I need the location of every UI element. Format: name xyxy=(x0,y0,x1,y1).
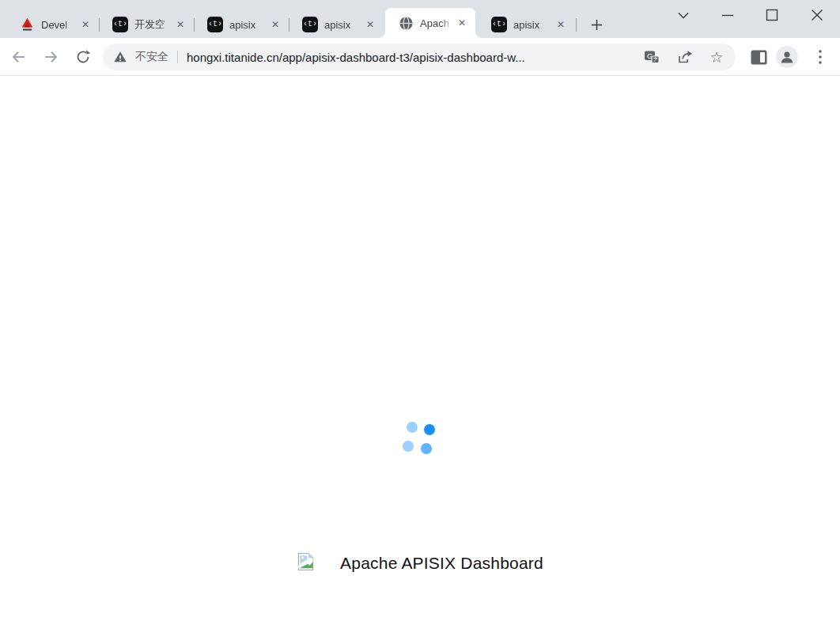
app-loading-banner: Apache APISIX Dashboard xyxy=(0,552,840,574)
minimize-icon xyxy=(721,9,734,21)
broken-image-icon xyxy=(297,552,315,574)
tab-title: 开发空 xyxy=(134,17,172,32)
avatar-icon xyxy=(776,46,798,68)
close-icon[interactable]: ✕ xyxy=(268,17,282,32)
titanide-icon: ‹t› xyxy=(207,17,223,32)
window-close-icon xyxy=(811,9,823,21)
tab-apache-apisix-active[interactable]: Apach ✕ xyxy=(385,8,475,38)
browser-toolbar: 不安全 hongxi.titanide.cn/app/apisix-dashbo… xyxy=(0,38,840,76)
side-panel-icon xyxy=(751,50,767,65)
globe-icon xyxy=(398,15,414,31)
tab-apisix-1[interactable]: ‹t› apisix ✕ xyxy=(195,11,289,38)
tab-strip: Devel ✕ ‹t› 开发空 ✕ ‹t› apisix ✕ ‹t› apisi… xyxy=(0,0,840,38)
tab-separator xyxy=(576,18,577,32)
reload-icon xyxy=(75,49,91,65)
apisix-logo-icon xyxy=(19,17,35,32)
close-icon[interactable]: ✕ xyxy=(554,17,568,32)
close-icon[interactable]: ✕ xyxy=(363,17,377,32)
maximize-button[interactable] xyxy=(760,5,784,25)
tab-title: Apach xyxy=(420,17,453,29)
forward-button[interactable] xyxy=(40,46,62,68)
tab-title: apisix xyxy=(513,19,552,31)
forward-arrow-icon xyxy=(43,49,59,65)
profile-avatar-button[interactable] xyxy=(775,45,799,69)
plus-icon xyxy=(591,19,603,31)
app-title: Apache APISIX Dashboard xyxy=(340,554,543,573)
tab-apisix-3[interactable]: ‹t› apisix ✕ xyxy=(479,11,574,38)
address-bar[interactable]: 不安全 hongxi.titanide.cn/app/apisix-dashbo… xyxy=(103,44,736,70)
url-text: hongxi.titanide.cn/app/apisix-dashboard-… xyxy=(187,51,525,64)
close-icon[interactable]: ✕ xyxy=(78,17,93,32)
page-content: Apache APISIX Dashboard xyxy=(0,77,840,644)
tab-title: apisix xyxy=(229,19,267,31)
spinner-dot xyxy=(403,441,414,452)
tab-title: apisix xyxy=(324,19,361,31)
tab-kaifa[interactable]: ‹t› 开发空 ✕ xyxy=(100,11,194,38)
window-close-button[interactable] xyxy=(805,5,829,25)
spinner-dot xyxy=(424,424,435,435)
translate-icon[interactable]: G xyxy=(642,47,661,66)
security-label: 不安全 xyxy=(135,50,168,64)
tab-search-button[interactable] xyxy=(672,5,695,25)
spinner-dot xyxy=(421,443,432,454)
back-button[interactable] xyxy=(8,46,30,68)
bookmark-star-icon[interactable]: ☆ xyxy=(707,47,726,66)
close-icon[interactable]: ✕ xyxy=(455,16,469,30)
titanide-icon: ‹t› xyxy=(491,17,507,32)
maximize-icon xyxy=(766,9,778,21)
not-secure-warning-icon xyxy=(111,47,130,66)
titanide-icon: ‹t› xyxy=(302,17,318,32)
tab-title: Devel xyxy=(41,19,77,31)
titanide-icon: ‹t› xyxy=(112,17,128,32)
minimize-button[interactable] xyxy=(716,5,740,25)
browser-menu-button[interactable] xyxy=(808,45,832,69)
side-panel-button[interactable] xyxy=(747,45,770,69)
kebab-menu-icon xyxy=(819,50,822,64)
browser-window: Devel ✕ ‹t› 开发空 ✕ ‹t› apisix ✕ ‹t› apisi… xyxy=(0,0,840,644)
chevron-down-icon xyxy=(678,12,689,19)
back-arrow-icon xyxy=(11,49,27,65)
tab-devel[interactable]: Devel ✕ xyxy=(6,11,99,38)
new-tab-button[interactable] xyxy=(585,13,607,36)
tab-apisix-2[interactable]: ‹t› apisix ✕ xyxy=(289,11,384,38)
omnibox-divider xyxy=(177,51,178,63)
reload-button[interactable] xyxy=(72,46,94,68)
spinner-dot xyxy=(407,422,418,433)
share-icon[interactable] xyxy=(675,47,694,66)
loading-spinner xyxy=(395,417,440,461)
close-icon[interactable]: ✕ xyxy=(173,17,187,32)
